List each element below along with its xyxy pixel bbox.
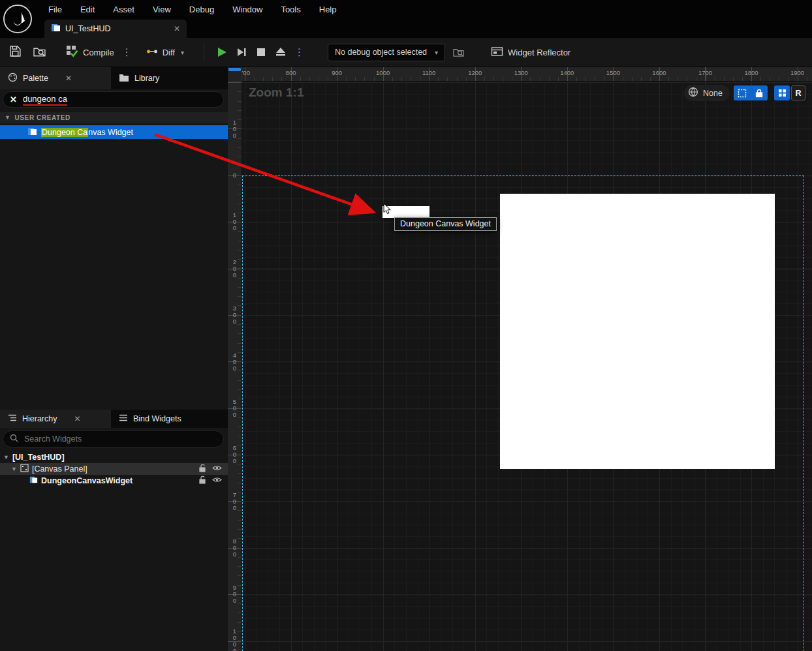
compile-button[interactable]: Compile [62, 42, 118, 63]
vertical-ruler: 1 0 001 0 02 0 03 0 04 0 05 0 06 0 07 0 … [228, 82, 242, 651]
visibility-eye-icon[interactable] [212, 464, 222, 474]
stop-button[interactable] [251, 43, 271, 61]
menu-bar: FileEditAssetViewDebugWindowToolsHelp [0, 0, 812, 20]
play-options-icon[interactable]: ⋮ [290, 46, 308, 58]
tab-hierarchy[interactable]: Hierarchy ✕ [0, 410, 111, 428]
tree-row-dungeoncanvaswidget[interactable]: DungeonCanvasWidget [0, 475, 228, 487]
search-match-highlight: Dungeon Ca [41, 128, 88, 137]
diff-icon [146, 46, 158, 59]
menu-item-tools[interactable]: Tools [272, 0, 309, 20]
tree-row-ui-testhud[interactable]: ▼ [UI_TestHUD] [0, 451, 228, 463]
unreal-widget-blueprint-editor: FileEditAssetViewDebugWindowToolsHelp UI… [0, 0, 812, 651]
tab-title: UI_TestHUD [65, 24, 110, 33]
save-button[interactable] [5, 42, 25, 63]
browse-debug-object-button[interactable] [449, 44, 469, 61]
chevron-down-icon: ▾ [181, 49, 184, 56]
resolution-button[interactable]: R [791, 85, 805, 100]
ruler-label: 900 [332, 69, 342, 76]
tab-ui-testhud[interactable]: UI_TestHUD ✕ [44, 20, 187, 38]
close-icon[interactable]: ✕ [65, 74, 72, 82]
widget-reflector-icon [491, 46, 503, 59]
drag-tooltip: Dungeon Canvas Widget [394, 217, 497, 231]
eject-icon [275, 46, 287, 58]
clear-search-icon[interactable]: ✕ [10, 95, 17, 104]
hierarchy-tab-strip: Hierarchy ✕ Bind Widgets [0, 410, 228, 428]
ruler-label: 4 0 0 [233, 352, 236, 372]
main-toolbar: Compile ⋮ Diff ▾ ⋮ No debug object selec… [0, 38, 812, 67]
menu-item-view[interactable]: View [144, 0, 180, 20]
canvas-panel-icon [20, 464, 29, 474]
hierarchy-search[interactable] [3, 431, 224, 447]
visibility-eye-icon[interactable] [212, 476, 222, 485]
dungeon-canvas-widget-preview[interactable] [500, 194, 775, 469]
widget-reflector-button[interactable]: Widget Reflector [487, 43, 574, 62]
tree-row-canvas-panel[interactable]: ▼ [Canvas Panel] [0, 463, 228, 475]
browse-button[interactable] [29, 42, 50, 63]
horizontal-ruler: 7008009001000110012001300140015001600170… [242, 67, 812, 82]
designer-viewport[interactable]: 7008009001000110012001300140015001600170… [228, 67, 812, 651]
menu-item-help[interactable]: Help [310, 0, 346, 20]
unreal-engine-logo[interactable] [2, 3, 33, 35]
save-icon [9, 45, 22, 59]
debug-selector-label: No debug object selected [335, 48, 427, 57]
compile-icon [66, 45, 78, 59]
ruler-label: 1600 [652, 69, 666, 76]
frame-skip-icon [236, 46, 247, 58]
browse-folder-icon [33, 46, 46, 59]
debug-object-selector[interactable]: No debug object selected ▾ [328, 44, 445, 61]
lock-button[interactable] [751, 85, 768, 100]
play-button[interactable] [212, 43, 232, 61]
mouse-cursor-icon [383, 204, 394, 217]
close-icon[interactable]: ✕ [74, 415, 81, 423]
ruler-label: 5 0 0 [233, 399, 236, 418]
menu-item-debug[interactable]: Debug [180, 0, 223, 20]
preview-background-selector[interactable]: None [684, 85, 730, 101]
expander-icon[interactable]: ▼ [3, 455, 9, 461]
ruler-label: 1400 [560, 69, 574, 76]
globe-icon [688, 87, 698, 99]
diff-button[interactable]: Diff ▾ [142, 43, 188, 62]
separator [204, 44, 204, 61]
hierarchy-search-input[interactable] [24, 434, 217, 444]
folder-icon [119, 73, 129, 83]
ruler-label: 1900 [790, 69, 804, 76]
chevron-down-icon: ▾ [435, 49, 438, 56]
palette-item-dungeon-canvas-widget[interactable]: Dungeon Canvas Widget [0, 125, 228, 139]
menu-item-asset[interactable]: Asset [104, 0, 144, 20]
ruler-label: 2 0 0 [233, 259, 236, 279]
ruler-label: 700 [242, 69, 250, 76]
dashed-selection-button[interactable] [734, 85, 751, 100]
menu-item-window[interactable]: Window [223, 0, 272, 20]
menu-item-edit[interactable]: Edit [71, 0, 104, 20]
ruler-label: 1 0 0 [233, 119, 236, 139]
palette-search-input[interactable]: ✕ dungeon ca [3, 91, 224, 108]
unlock-icon[interactable] [199, 464, 206, 474]
palette-tab-strip: Palette ✕ Library [0, 67, 228, 89]
widget-blueprint-icon [29, 476, 38, 486]
eject-button[interactable] [271, 43, 290, 61]
menu-item-file[interactable]: File [39, 0, 71, 20]
stop-icon [255, 46, 267, 58]
ruler-corner [228, 67, 242, 82]
ruler-label: 800 [286, 69, 296, 76]
tab-palette[interactable]: Palette ✕ [0, 67, 111, 89]
close-icon[interactable]: ✕ [174, 25, 180, 33]
tab-library[interactable]: Library [111, 67, 167, 89]
compile-options-icon[interactable]: ⋮ [118, 46, 136, 58]
list-icon [8, 414, 17, 424]
ruler-origin-marker [228, 68, 241, 71]
unlock-icon[interactable] [199, 476, 206, 486]
search-rest: nvas Widget [88, 128, 133, 137]
design-canvas[interactable]: Zoom 1:1 None R [242, 82, 812, 651]
grid-snap-button[interactable] [774, 85, 790, 100]
frame-skip-button[interactable] [232, 43, 251, 61]
search-icon [10, 434, 18, 444]
tab-bind-widgets[interactable]: Bind Widgets [111, 410, 189, 428]
ruler-label: 3 0 0 [233, 305, 236, 325]
section-user-created[interactable]: ▼ USER CREATED [0, 112, 228, 123]
palette-search-value: dungeon ca [23, 94, 67, 106]
expander-icon[interactable]: ▼ [11, 466, 17, 472]
play-icon [216, 46, 228, 58]
tree-label: [UI_TestHUD] [12, 453, 65, 462]
ruler-label: 1300 [514, 69, 528, 76]
